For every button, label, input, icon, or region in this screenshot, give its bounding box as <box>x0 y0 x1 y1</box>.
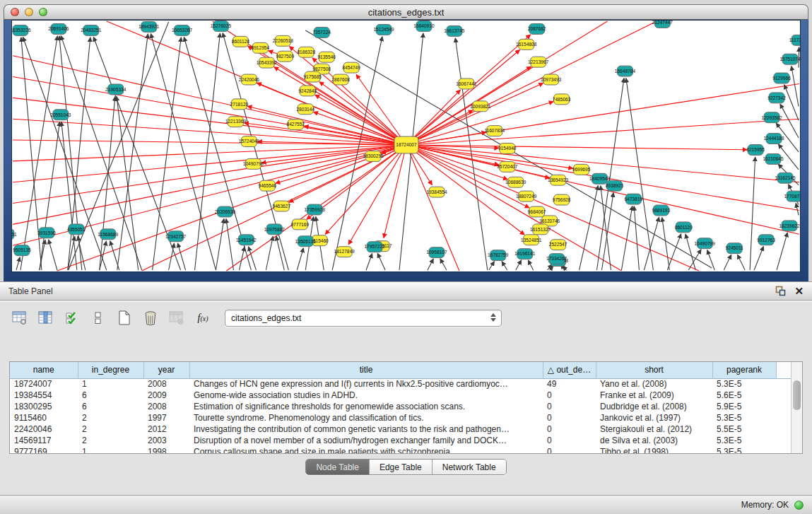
network-node[interactable]: 8215955 <box>746 145 765 156</box>
network-node[interactable]: 17359928 <box>305 204 326 215</box>
import-table-button[interactable] <box>167 309 187 327</box>
network-node[interactable]: 10490799 <box>695 238 716 249</box>
network-node[interactable]: 10975887 <box>264 224 286 235</box>
network-node[interactable]: 15724049 <box>239 136 260 147</box>
column-header-short[interactable]: short <box>596 362 712 378</box>
network-node[interactable]: 16067441 <box>456 78 477 89</box>
network-node[interactable]: 15751074 <box>779 54 800 64</box>
network-node[interactable]: 14196141 <box>514 249 536 259</box>
column-header-pagerank[interactable]: pagerank <box>712 362 776 378</box>
network-node[interactable]: 18724007 <box>394 136 418 153</box>
network-node[interactable]: 13162145 <box>775 173 796 183</box>
network-node[interactable]: 11607834 <box>484 126 505 136</box>
network-node[interactable]: 2803144 <box>296 104 314 115</box>
network-node[interactable]: 9912763 <box>757 235 775 245</box>
column-header-out_de[interactable]: △ out_de… <box>543 362 596 378</box>
network-node[interactable]: 19384554 <box>426 187 447 197</box>
network-node[interactable]: 18239622 <box>779 221 800 231</box>
new-table-button[interactable] <box>114 309 134 327</box>
tab-network-table[interactable]: Network Table <box>433 460 506 474</box>
network-node[interactable]: 15124549 <box>373 24 394 35</box>
network-node[interactable]: 22420046 <box>239 74 260 85</box>
column-header-title[interactable]: title <box>189 362 543 378</box>
show-columns-button[interactable] <box>36 309 56 327</box>
network-node[interactable]: 9756928 <box>553 194 571 205</box>
network-node[interactable]: 18127849 <box>334 247 355 257</box>
network-node[interactable]: 18300295 <box>363 151 384 161</box>
table-row[interactable]: 1938455462009Genome-wide association stu… <box>10 390 792 401</box>
network-node[interactable]: 16154808 <box>516 39 537 49</box>
delete-table-button[interactable] <box>141 309 160 327</box>
tab-node-table[interactable]: Node Table <box>306 460 370 474</box>
network-node[interactable]: 9505135 <box>13 245 31 256</box>
network-node[interactable]: 10688639 <box>505 177 526 187</box>
network-node[interactable]: 16151327 <box>530 224 551 235</box>
network-node[interactable]: 9154940 <box>498 144 517 154</box>
network-node[interactable]: 13654923 <box>548 175 569 185</box>
network-node[interactable]: 8938923 <box>606 180 624 191</box>
network-node[interactable]: 18943921 <box>139 21 160 32</box>
network-node[interactable]: 8912954 <box>252 42 270 53</box>
table-row[interactable]: 1456911722003Disruption of a novel membe… <box>10 435 792 446</box>
network-node[interactable]: 12444188 <box>763 134 784 144</box>
function-builder-button[interactable]: f(x) <box>193 309 213 327</box>
network-node[interactable]: 20551043 <box>50 110 71 120</box>
network-node[interactable]: 13524851 <box>521 235 542 245</box>
network-node[interactable]: 6473819 <box>625 194 643 204</box>
network-node[interactable]: 12093582 <box>761 112 782 123</box>
network-node[interactable]: 12342757 <box>165 231 187 242</box>
network-window-titlebar[interactable]: citations_edges.txt <box>4 4 808 20</box>
network-node[interactable]: 8601129 <box>675 222 693 233</box>
column-header-name[interactable]: name <box>10 362 78 378</box>
network-node[interactable]: 15720407 <box>497 161 518 172</box>
select-all-button[interactable] <box>62 309 82 327</box>
table-row[interactable]: 2242004622012Investigating the contribut… <box>10 424 792 435</box>
network-node[interactable]: 9889193 <box>652 205 671 216</box>
network-node[interactable]: 9777169 <box>290 219 309 230</box>
network-node[interactable]: 21247447 <box>652 21 673 28</box>
network-node[interactable]: 19613745 <box>444 25 465 36</box>
table-vertical-scrollbar[interactable] <box>791 362 802 453</box>
network-node[interactable]: 7357224 <box>312 27 331 37</box>
network-node[interactable]: 16210645 <box>763 153 784 164</box>
close-panel-icon[interactable]: ✕ <box>794 286 804 296</box>
table-row[interactable]: 1872400712008Changes of HCN gene express… <box>10 378 792 390</box>
network-node[interactable]: 16648784 <box>615 66 636 76</box>
network-node[interactable]: 2867608 <box>331 74 350 85</box>
network-node[interactable]: 15276025 <box>211 21 232 31</box>
network-node[interactable]: 20691406 <box>48 23 69 34</box>
network-node[interactable]: 20483251 <box>81 25 102 35</box>
network-node[interactable]: 9129966 <box>772 73 791 83</box>
network-node[interactable]: 8427552 <box>286 119 305 130</box>
network-node[interactable]: 8454749 <box>342 62 360 73</box>
network-canvas[interactable]: 1872400786011288912954222605189827509105… <box>11 20 801 272</box>
network-node[interactable]: 18807249 <box>516 191 537 201</box>
network-node[interactable]: 4355051 <box>67 224 86 235</box>
network-node[interactable]: 10490798 <box>243 158 264 169</box>
table-row[interactable]: 1830029562008Estimation of significance … <box>10 401 792 412</box>
table-settings-button[interactable] <box>10 309 30 327</box>
network-node[interactable]: 20206536 <box>215 206 236 217</box>
network-node[interactable]: 9242848 <box>298 86 317 96</box>
network-node[interactable]: 9699695 <box>572 164 591 175</box>
tab-edge-table[interactable]: Edge Table <box>370 460 433 474</box>
network-node[interactable]: 9465546 <box>259 180 277 191</box>
network-node[interactable]: 17957223 <box>364 242 385 252</box>
network-node[interactable]: 9827509 <box>276 51 295 62</box>
network-node[interactable]: 13050051 <box>12 229 17 240</box>
scrollbar-thumb[interactable] <box>793 380 801 410</box>
network-node[interactable]: 11451942 <box>236 235 257 245</box>
network-node[interactable]: 10973493 <box>541 74 562 85</box>
network-node[interactable]: 9175685 <box>303 71 322 82</box>
network-node[interactable]: 10543392 <box>257 57 278 68</box>
network-node[interactable]: 13505135 <box>295 236 317 247</box>
network-node[interactable]: 21905334 <box>105 84 126 95</box>
table-row[interactable]: 911546021997Tourette syndrome. Phenomeno… <box>10 412 792 424</box>
network-node[interactable]: 9245011 <box>726 243 743 254</box>
network-node[interactable]: 2522547 <box>549 240 567 250</box>
network-node[interactable]: 22260518 <box>273 35 294 46</box>
network-node[interactable]: 7485063 <box>553 94 571 105</box>
network-node[interactable]: 8601128 <box>232 36 249 47</box>
network-node[interactable]: 12213967 <box>528 57 549 67</box>
network-node[interactable]: 2718120 <box>230 99 249 110</box>
